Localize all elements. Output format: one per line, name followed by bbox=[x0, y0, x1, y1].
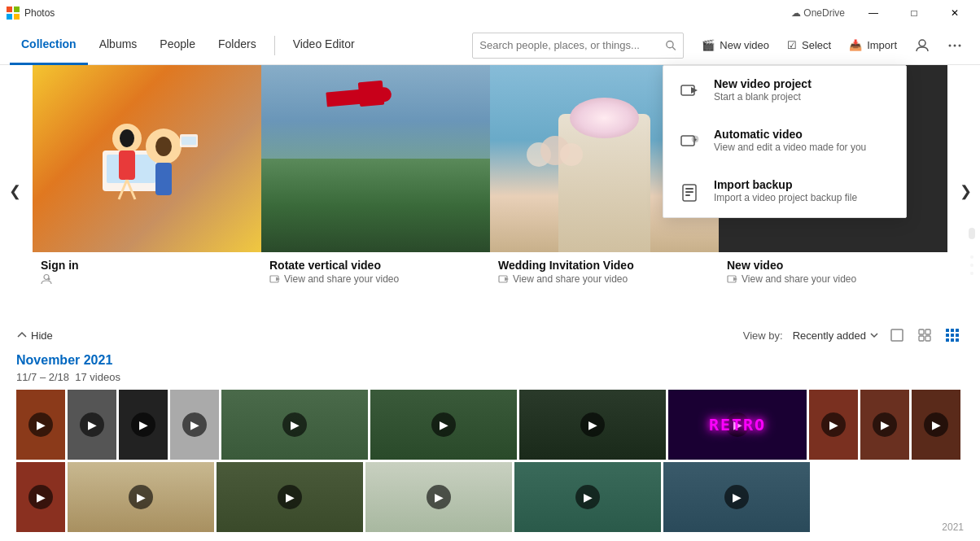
thumb-2[interactable]: ▶ bbox=[68, 390, 116, 460]
carousel-item-rotate[interactable]: Rotate vertical video View and share you… bbox=[261, 65, 490, 317]
thumb-r2-2[interactable]: ▶ bbox=[68, 462, 214, 532]
play-btn-2[interactable]: ▶ bbox=[80, 412, 104, 437]
select-button[interactable]: ☑ Select bbox=[779, 33, 839, 59]
svg-point-9 bbox=[959, 44, 961, 46]
thumb-9[interactable]: ▶ bbox=[809, 390, 858, 460]
dropdown-automatic-video[interactable]: ✦ Automatic video View and edit a video … bbox=[663, 116, 906, 167]
view-large-icon-button[interactable] bbox=[886, 324, 908, 347]
play-btn-5[interactable]: ▶ bbox=[282, 412, 307, 437]
play-btn-10[interactable]: ▶ bbox=[873, 412, 897, 437]
view-small-icon-button[interactable] bbox=[941, 324, 964, 347]
dropdown-new-video-project[interactable]: New video project Start a blank project bbox=[663, 66, 906, 116]
search-input[interactable] bbox=[479, 39, 659, 51]
svg-point-6 bbox=[919, 40, 925, 46]
close-button[interactable]: ✕ bbox=[936, 0, 973, 26]
play-btn-9[interactable]: ▶ bbox=[821, 412, 846, 437]
svg-rect-13 bbox=[155, 163, 172, 195]
svg-rect-47 bbox=[956, 329, 959, 332]
thumb-10[interactable]: ▶ bbox=[860, 390, 909, 460]
nav-video-editor[interactable]: Video Editor bbox=[282, 26, 366, 65]
view-medium-icon-button[interactable] bbox=[913, 324, 936, 347]
nav-collection[interactable]: Collection bbox=[10, 26, 88, 65]
thumb-r2-6[interactable]: ▶ bbox=[663, 462, 810, 532]
rotate-title: Rotate vertical video bbox=[269, 259, 482, 272]
svg-point-7 bbox=[949, 44, 952, 46]
play-btn-11[interactable]: ▶ bbox=[924, 412, 948, 437]
play-btn-1[interactable]: ▶ bbox=[28, 412, 53, 437]
thumb-retro[interactable]: RETRO ▶ bbox=[668, 390, 807, 460]
view-medium-icon bbox=[917, 328, 932, 342]
svg-rect-16 bbox=[182, 137, 196, 145]
signin-title: Sign in bbox=[41, 259, 253, 272]
thumb-1[interactable]: ▶ bbox=[16, 390, 65, 460]
svg-line-5 bbox=[672, 46, 676, 50]
rotate-sub: View and share your video bbox=[269, 273, 482, 285]
play-btn-r2-1[interactable]: ▶ bbox=[28, 485, 53, 509]
wedding-sub: View and share your video bbox=[498, 273, 711, 285]
svg-rect-1 bbox=[14, 7, 20, 12]
automatic-video-icon: ✦ bbox=[676, 129, 702, 155]
view-bar: Hide View by: Recently added bbox=[16, 324, 964, 347]
thumb-7[interactable]: ▶ bbox=[519, 390, 666, 460]
new-video-button[interactable]: 🎬 New video bbox=[693, 33, 777, 59]
svg-rect-45 bbox=[946, 329, 949, 332]
thumb-6[interactable]: ▶ bbox=[370, 390, 517, 460]
svg-rect-49 bbox=[951, 334, 954, 337]
import-button[interactable]: 📥 Import bbox=[841, 33, 905, 59]
new-video-project-text: New video project Start a blank project bbox=[714, 77, 812, 103]
signin-illustration bbox=[94, 102, 200, 216]
nav-folders[interactable]: Folders bbox=[207, 26, 268, 65]
more-button[interactable] bbox=[939, 33, 970, 59]
play-btn-7[interactable]: ▶ bbox=[580, 412, 605, 437]
svg-rect-48 bbox=[946, 334, 949, 337]
svg-point-18 bbox=[120, 129, 134, 147]
bottom-section: Hide View by: Recently added bbox=[0, 317, 980, 532]
thumb-r2-3[interactable]: ▶ bbox=[217, 462, 363, 532]
svg-rect-52 bbox=[951, 338, 954, 342]
play-btn-r2-3[interactable]: ▶ bbox=[278, 485, 302, 509]
play-btn-6[interactable]: ▶ bbox=[431, 412, 456, 437]
import-backup-icon bbox=[676, 180, 702, 206]
play-btn-r2-4[interactable]: ▶ bbox=[427, 485, 451, 509]
minimize-button[interactable]: — bbox=[855, 0, 892, 26]
play-btn-4[interactable]: ▶ bbox=[182, 412, 207, 437]
month-label: November 2021 bbox=[16, 353, 964, 368]
search-icon bbox=[665, 39, 677, 52]
thumb-4[interactable]: ▶ bbox=[170, 390, 219, 460]
flowers-icon bbox=[523, 130, 588, 179]
view-by-select[interactable]: Recently added bbox=[793, 329, 879, 342]
profile-button[interactable] bbox=[907, 33, 938, 59]
import-icon: 📥 bbox=[849, 39, 862, 51]
hide-button[interactable]: Hide bbox=[16, 329, 53, 342]
svg-rect-41 bbox=[919, 329, 924, 334]
thumb-5[interactable]: ▶ bbox=[221, 390, 368, 460]
signin-person-icon bbox=[41, 273, 52, 285]
maximize-button[interactable]: □ bbox=[895, 0, 933, 26]
play-btn-r2-6[interactable]: ▶ bbox=[724, 485, 749, 509]
svg-rect-53 bbox=[956, 338, 959, 342]
carousel-prev[interactable]: ❮ bbox=[0, 65, 29, 317]
thumb-r2-5[interactable]: ▶ bbox=[514, 462, 661, 532]
nav-actions: 🎬 New video ☑ Select 📥 Import bbox=[693, 33, 970, 59]
thumb-r2-1[interactable]: ▶ bbox=[16, 462, 65, 532]
svg-text:✦: ✦ bbox=[693, 137, 698, 142]
carousel-item-signin[interactable]: Sign in bbox=[33, 65, 261, 317]
nav-people[interactable]: People bbox=[148, 26, 207, 65]
svg-point-28 bbox=[560, 143, 583, 166]
play-btn-3[interactable]: ▶ bbox=[131, 412, 155, 437]
search-bar[interactable] bbox=[472, 33, 684, 59]
svg-rect-43 bbox=[919, 336, 924, 341]
svg-point-14 bbox=[155, 137, 172, 156]
svg-point-8 bbox=[954, 44, 956, 46]
svg-rect-60 bbox=[685, 188, 693, 190]
thumb-r2-4[interactable]: ▶ bbox=[365, 462, 512, 532]
carousel-next[interactable]: ❯ bbox=[951, 65, 980, 317]
svg-rect-40 bbox=[891, 329, 903, 341]
play-btn-r2-2[interactable]: ▶ bbox=[129, 485, 153, 509]
thumb-11[interactable]: ▶ bbox=[912, 390, 960, 460]
play-btn-r2-5[interactable]: ▶ bbox=[575, 485, 600, 509]
nav-albums[interactable]: Albums bbox=[88, 26, 149, 65]
dropdown-import-backup[interactable]: Import backup Import a video project bac… bbox=[663, 167, 906, 217]
thumb-3[interactable]: ▶ bbox=[119, 390, 168, 460]
title-bar-left: Photos bbox=[7, 7, 55, 20]
